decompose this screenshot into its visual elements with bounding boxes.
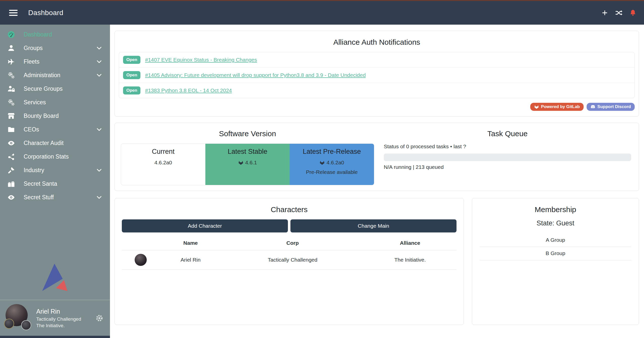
bell-icon[interactable] bbox=[629, 9, 636, 16]
column-header-name: Name bbox=[160, 236, 221, 250]
chevron-down-icon bbox=[96, 194, 102, 201]
user-panel: Ariel Rin Tactically Challenged The Init… bbox=[0, 300, 110, 336]
user-avatar bbox=[6, 304, 33, 332]
membership-group: A Group bbox=[480, 234, 631, 247]
hammer-icon bbox=[8, 166, 17, 174]
status-badge: Open bbox=[123, 56, 140, 64]
settings-gear-icon[interactable] bbox=[95, 314, 103, 322]
sidebar-item-label: Secret Stuff bbox=[24, 194, 54, 201]
sidebar-item-label: Industry bbox=[24, 167, 44, 174]
version-value: 4.6.2a0 bbox=[154, 160, 172, 166]
alliance-logo bbox=[21, 320, 31, 330]
sidebar-item-industry[interactable]: Industry bbox=[0, 163, 110, 177]
sidebar-item-label: Administration bbox=[24, 72, 60, 79]
sidebar-item-secure-groups[interactable]: Secure Groups bbox=[0, 82, 110, 95]
sidebar-item-groups[interactable]: Groups bbox=[0, 41, 110, 55]
character-name: Ariel Rin bbox=[160, 250, 221, 270]
sidebar: Dashboard Groups Fleets Administration S… bbox=[0, 25, 110, 338]
eye-icon bbox=[8, 139, 17, 147]
version-value: 4.6.1 bbox=[245, 160, 257, 166]
gitlab-icon bbox=[534, 104, 539, 109]
sidebar-item-bounty-board[interactable]: Bounty Board bbox=[0, 109, 110, 123]
gitlab-icon bbox=[238, 160, 244, 165]
sidebar-item-label: Services bbox=[24, 99, 46, 106]
sidebar-item-secret-stuff[interactable]: Secret Stuff bbox=[0, 190, 110, 204]
sidebar-item-label: Secure Groups bbox=[24, 85, 63, 92]
column-header-portrait bbox=[122, 236, 160, 250]
sidebar-item-secret-santa[interactable]: Secret Santa bbox=[0, 177, 110, 190]
powered-by-gitlab-badge[interactable]: Powered by GitLab bbox=[530, 103, 584, 111]
sidebar-item-label: Fleets bbox=[24, 58, 40, 65]
task-queue-title: Task Queue bbox=[384, 129, 631, 138]
version-heading: Latest Pre-Release bbox=[290, 148, 374, 156]
characters-card: Characters Add Character Change Main Nam… bbox=[115, 198, 464, 325]
sidebar-item-corporation-stats[interactable]: Corporation Stats bbox=[0, 150, 110, 163]
notification-link[interactable]: #1405 Advisory: Future development will … bbox=[145, 72, 366, 78]
software-version-title: Software Version bbox=[121, 129, 374, 138]
version-heading: Latest Stable bbox=[205, 148, 290, 156]
version-latest-stable: Latest Stable 4.6.1 bbox=[205, 144, 290, 185]
gitlab-icon bbox=[319, 160, 325, 165]
membership-group: B Group bbox=[480, 247, 631, 260]
chevron-down-icon bbox=[96, 58, 102, 65]
sidebar-item-administration[interactable]: Administration bbox=[0, 68, 110, 82]
sidebar-item-ceos[interactable]: CEOs bbox=[0, 123, 110, 136]
chevron-down-icon bbox=[96, 167, 102, 173]
sidebar-item-fleets[interactable]: Fleets bbox=[0, 55, 110, 68]
support-discord-badge[interactable]: Support Discord bbox=[587, 103, 635, 111]
task-queue-counts: N/A running | 213 queued bbox=[384, 164, 631, 170]
user-lock-icon bbox=[8, 85, 17, 92]
status-badge: Open bbox=[123, 71, 140, 79]
shuffle-icon[interactable] bbox=[615, 9, 622, 16]
membership-state: State: Guest bbox=[476, 219, 635, 227]
gifts-icon bbox=[8, 180, 17, 187]
add-character-button[interactable]: Add Character bbox=[122, 219, 288, 232]
notifications-title: Alliance Auth Notifications bbox=[119, 38, 635, 46]
sidebar-item-character-audit[interactable]: Character Audit bbox=[0, 136, 110, 150]
version-latest-prerelease: Latest Pre-Release 4.6.2a0 Pre-Release a… bbox=[290, 144, 374, 185]
table-row: Ariel Rin Tactically Challenged The Init… bbox=[122, 250, 457, 270]
badge-label: Support Discord bbox=[597, 104, 631, 109]
main-content: Alliance Auth Notifications Open #1407 E… bbox=[110, 25, 644, 338]
membership-title: Membership bbox=[476, 205, 635, 214]
column-header-corp: Corp bbox=[221, 236, 363, 250]
discord-icon bbox=[590, 104, 595, 109]
user-icon bbox=[8, 44, 17, 52]
folder-icon bbox=[8, 126, 17, 133]
jet-icon bbox=[8, 58, 17, 65]
character-corp: Tactically Challenged bbox=[221, 250, 363, 270]
membership-card: Membership State: Guest A Group B Group bbox=[472, 198, 639, 325]
sidebar-item-dashboard[interactable]: Dashboard bbox=[0, 28, 110, 41]
status-badge: Open bbox=[123, 86, 140, 94]
menu-toggle-icon[interactable] bbox=[9, 10, 18, 16]
notification-link[interactable]: #1407 EVE Equinox Status - Breaking Chan… bbox=[145, 57, 257, 63]
version-current: Current 4.6.2a0 bbox=[121, 144, 205, 185]
shop-icon bbox=[8, 112, 17, 120]
gears-icon bbox=[8, 99, 17, 106]
sidebar-item-label: Secret Santa bbox=[24, 180, 57, 187]
sidebar-item-services[interactable]: Services bbox=[0, 95, 110, 109]
top-navbar: Dashboard bbox=[0, 1, 644, 25]
alliance-auth-logo bbox=[40, 261, 71, 293]
chevron-down-icon bbox=[96, 126, 102, 133]
change-main-button[interactable]: Change Main bbox=[290, 219, 457, 232]
sidebar-item-label: Groups bbox=[24, 45, 43, 52]
sidebar-bottom-strip bbox=[0, 336, 110, 338]
user-name: Ariel Rin bbox=[36, 307, 81, 316]
column-header-alliance: Alliance bbox=[364, 236, 457, 250]
characters-title: Characters bbox=[119, 205, 460, 214]
notification-link[interactable]: #1383 Python 3.8 EOL - 14 Oct 2024 bbox=[145, 87, 232, 93]
sidebar-item-label: Corporation Stats bbox=[24, 153, 69, 160]
chevron-down-icon bbox=[96, 45, 102, 51]
sidebar-item-label: Bounty Board bbox=[24, 113, 59, 119]
list-item: Open #1405 Advisory: Future development … bbox=[119, 67, 634, 83]
user-corp: Tactically Challenged bbox=[36, 316, 81, 322]
plus-icon[interactable] bbox=[601, 9, 608, 16]
version-boxes: Current 4.6.2a0 Latest Stable 4.6.1 Late… bbox=[121, 143, 374, 185]
task-queue-status: Status of 0 processed tasks • last ? bbox=[384, 143, 631, 150]
task-queue-section: Task Queue Status of 0 processed tasks •… bbox=[376, 127, 634, 185]
task-queue-progress-bar bbox=[384, 154, 631, 161]
sidebar-item-label: CEOs bbox=[24, 126, 39, 133]
chevron-down-icon bbox=[96, 72, 102, 78]
badge-label: Powered by GitLab bbox=[541, 104, 580, 109]
